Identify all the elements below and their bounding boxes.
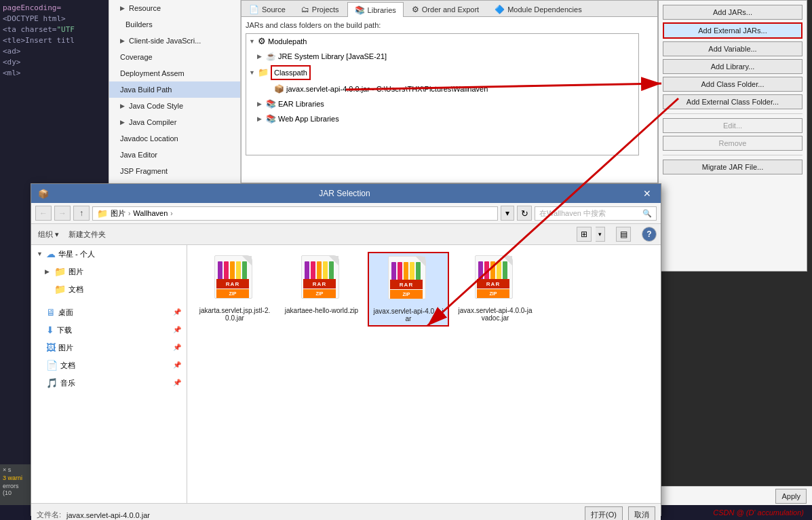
organize-toolbar: 组织 ▾ 新建文件夹 ⊞ ▾ ▤ ?: [31, 224, 661, 245]
downloads-label: 下载: [57, 323, 72, 337]
view-button[interactable]: ⊞: [577, 227, 592, 242]
tree-item-servlet-jar[interactable]: 📦 javax.servlet-api-4.0.0.jar - C:\Users…: [246, 81, 638, 96]
build-path-content: JARs and class folders on the build path…: [241, 17, 657, 160]
tab-projects[interactable]: 🗂 Projects: [294, 2, 347, 16]
refresh-button[interactable]: ↻: [517, 206, 532, 221]
dialog-open-button[interactable]: 打开(O): [585, 506, 623, 520]
prop-item-clientside[interactable]: Client-side JavaScri...: [109, 33, 240, 49]
file-item-servlet-api[interactable]: RAR ZIP javax.servlet-api-4.0.0.jar: [368, 252, 449, 327]
tree-item-jre[interactable]: ▶ ☕ JRE System Library [JavaSE-21]: [246, 49, 638, 64]
code-line-4: <tle>Insert titl: [3, 35, 106, 46]
search-bar[interactable]: 在Wallhaven 中搜索 🔍: [535, 206, 657, 221]
path-part-pictures: 图片: [111, 208, 125, 219]
file-label-jstl: jakarta.servlet.jsp.jstl-2.0.0.jar: [197, 307, 272, 322]
file-item-hello-world[interactable]: RAR ZIP jakartaee-hello-world.zip: [281, 252, 362, 327]
nav-back-button[interactable]: ←: [35, 206, 52, 221]
prop-item-deployment[interactable]: Deployment Assem: [109, 65, 240, 81]
pin-icon-downloads: 📌: [173, 323, 181, 337]
prop-item-java-editor[interactable]: Java Editor: [109, 147, 240, 163]
migrate-jar-button[interactable]: Migrate JAR File...: [663, 160, 803, 174]
tree-downloads[interactable]: ⬇ 下载 📌: [31, 321, 187, 339]
prop-item-builders[interactable]: Builders: [109, 16, 240, 33]
tree-item-ear[interactable]: ▶ 📚 EAR Libraries: [246, 96, 638, 111]
add-variable-button[interactable]: Add Variable...: [663, 41, 803, 56]
prop-item-resource[interactable]: Resource: [109, 0, 240, 16]
new-folder-button[interactable]: 新建文件夹: [66, 228, 109, 241]
tree-desktop[interactable]: 🖥 桌面 📌: [31, 303, 187, 321]
file-item-jstl[interactable]: RAR ZIP jakarta.servlet.jsp.jstl-2.0.0.j…: [194, 252, 275, 327]
tree-item-classpath[interactable]: ▼ 📁 Classpath: [246, 64, 638, 81]
edit-button[interactable]: Edit...: [663, 118, 803, 133]
file-label-servlet-api: javax.servlet-api-4.0.0.jar: [372, 308, 445, 322]
docs-local-label: 文档: [60, 358, 75, 372]
classpath-label: Classpath: [271, 65, 311, 80]
add-external-jars-button[interactable]: Add External JARs...: [663, 22, 803, 39]
prop-item-java-code-style[interactable]: Java Code Style: [109, 98, 240, 114]
remove-button[interactable]: Remove: [663, 136, 803, 151]
dialog-body: ▼ ☁ 华星 - 个人 ▶ 📁 图片 📁 文档 🖥 桌面 📌: [31, 245, 661, 503]
tree-cloud-root[interactable]: ▼ ☁ 华星 - 个人: [31, 245, 187, 263]
tab-libraries[interactable]: 📚 Libraries: [347, 2, 404, 17]
help-button[interactable]: ?: [642, 227, 657, 242]
jar-selection-dialog: 📦 JAR Selection ✕ ← → ↑ 📁 图片 › Wallhaven…: [31, 183, 661, 516]
tab-source[interactable]: 📄 Source: [241, 2, 293, 16]
dialog-close-button[interactable]: ✕: [640, 188, 654, 199]
build-path-tree[interactable]: ▼ ⚙ Modulepath ▶ ☕ JRE System Library [J…: [246, 33, 639, 155]
add-library-button[interactable]: Add Library...: [663, 59, 803, 74]
apply-button[interactable]: Apply: [775, 489, 807, 504]
expand-icon-jre: ▶: [257, 50, 264, 62]
nav-up-button[interactable]: ↑: [73, 206, 90, 221]
code-line-5: <ad>: [3, 46, 106, 57]
classpath-icon: 📁: [258, 67, 269, 79]
add-jars-button[interactable]: Add JARs...: [663, 5, 803, 20]
tree-item-modulepath[interactable]: ▼ ⚙ Modulepath: [246, 34, 638, 49]
source-tab-icon: 📄: [249, 5, 259, 14]
cloud-root-label: 华星 - 个人: [58, 247, 95, 261]
code-line-7: <ml>: [3, 68, 106, 79]
folder-icon-downloads: ⬇: [46, 323, 54, 337]
order-tab-icon: ⚙: [412, 5, 419, 14]
jre-icon: ☕: [266, 50, 276, 62]
buttons-separator: [663, 113, 803, 114]
tab-module-deps[interactable]: 🔷 Module Dependencies: [487, 2, 589, 16]
code-line-2: <DOCTYPE html>: [3, 14, 106, 24]
path-chevron-1: ›: [128, 210, 130, 217]
add-external-class-folder-button[interactable]: Add External Class Folder...: [663, 94, 803, 109]
desktop-label: 桌面: [58, 305, 73, 319]
tree-music[interactable]: 🎵 音乐 📌: [31, 374, 187, 392]
expand-icon-modulepath: ▼: [249, 35, 256, 48]
path-bar: 📁 图片 › Wallhaven ›: [92, 206, 498, 221]
tree-item-webapp[interactable]: ▶ 📚 Web App Libraries: [246, 111, 638, 126]
view-button-2[interactable]: ▤: [616, 227, 631, 242]
dialog-cancel-button[interactable]: 取消: [628, 506, 655, 520]
organize-button[interactable]: 组织 ▾: [35, 228, 62, 241]
bottom-left-panels: × s 3 warni errors (10: [0, 464, 31, 505]
code-line-6: <dy>: [3, 57, 106, 68]
tree-docs-cloud[interactable]: 📁 文档: [31, 280, 187, 298]
dialog-left-tree: ▼ ☁ 华星 - 个人 ▶ 📁 图片 📁 文档 🖥 桌面 📌: [31, 245, 187, 503]
prop-item-java-compiler[interactable]: Java Compiler: [109, 114, 240, 130]
jar-icon: 📦: [274, 83, 284, 95]
folder-icon-music: 🎵: [46, 376, 58, 390]
path-dropdown[interactable]: ▾: [501, 206, 514, 221]
add-class-folder-button[interactable]: Add Class Folder...: [663, 77, 803, 92]
filename-value: javax.servlet-api-4.0.0.jar: [66, 511, 579, 519]
cloud-icon-el: ☁: [46, 247, 56, 261]
ear-icon: 📚: [266, 98, 276, 110]
tab-order-export[interactable]: ⚙ Order and Export: [404, 2, 486, 16]
tree-docs-local[interactable]: 📄 文档 📌: [31, 356, 187, 374]
prop-item-coverage[interactable]: Coverage: [109, 49, 240, 65]
prop-item-javadoc[interactable]: Javadoc Location: [109, 130, 240, 147]
projects-tab-icon: 🗂: [301, 5, 309, 14]
prop-item-java-build-path[interactable]: Java Build Path: [109, 81, 240, 98]
view-dropdown[interactable]: ▾: [596, 227, 605, 242]
tree-pictures[interactable]: ▶ 📁 图片: [31, 263, 187, 280]
folder-icon-docs-cloud: 📁: [54, 282, 66, 296]
nav-forward-button[interactable]: →: [54, 206, 71, 221]
servlet-jar-label: javax.servlet-api-4.0.0.jar - C:\Users\T…: [286, 83, 488, 95]
file-item-servlet-javadoc[interactable]: RAR ZIP javax.servlet-api-4.0.0-javadoc.…: [455, 252, 536, 327]
prop-item-jsp[interactable]: JSP Fragment: [109, 163, 240, 179]
tree-pictures-local[interactable]: 🖼 图片 📌: [31, 339, 187, 356]
expand-icon-cloud: ▼: [37, 247, 43, 261]
pictures-local-label: 图片: [58, 341, 73, 354]
